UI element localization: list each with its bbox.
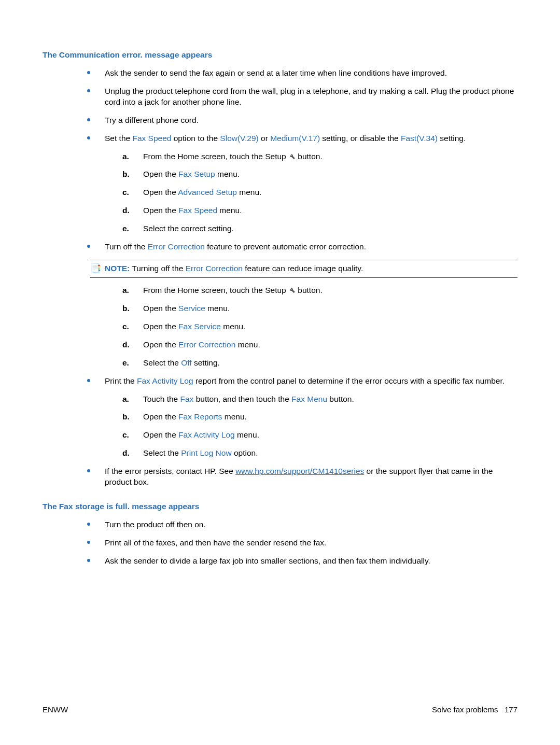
body-text: From the Home screen, touch the Setup — [143, 286, 288, 294]
body-text: Unplug the product telephone cord from t… — [105, 87, 514, 106]
step-item: b.Open the Fax Reports menu. — [122, 412, 517, 423]
keyword: Fast(V.34) — [401, 134, 438, 143]
keyword: Error Correction — [148, 242, 205, 251]
keyword: Medium(V.17) — [270, 134, 320, 143]
step-marker: a. — [122, 151, 129, 162]
keyword: Fax — [180, 395, 194, 403]
body-text: Turning off the — [130, 264, 185, 273]
keyword: Fax Speed — [178, 206, 217, 215]
step-marker: d. — [122, 448, 130, 459]
body-text: Open the — [143, 304, 178, 313]
body-text: feature to prevent automatic error corre… — [205, 242, 366, 251]
body-text: report from the control panel to determi… — [193, 376, 505, 385]
bullet-list-1-cont: Print the Fax Activity Log report from t… — [87, 376, 517, 488]
body-text: menu. — [222, 412, 247, 421]
keyword: Fax Activity Log — [137, 376, 193, 385]
step-marker: a. — [122, 394, 129, 405]
keyword: Advanced Setup — [178, 188, 237, 196]
bullet-list-1: Ask the sender to send the fax again or … — [87, 68, 517, 252]
body-text: button. — [327, 395, 354, 403]
keyword: Fax Reports — [178, 412, 222, 421]
footer-right: Solve fax problems 177 — [432, 705, 517, 715]
keyword: Print Log Now — [181, 448, 231, 457]
body-text: Print all of the faxes, and then have th… — [105, 538, 326, 547]
bullet-list-2: Turn the product off then on. Print all … — [87, 519, 517, 567]
keyword: Off — [181, 358, 191, 367]
step-marker: e. — [122, 223, 129, 234]
step-item: b.Open the Fax Setup menu. — [122, 169, 517, 180]
body-text: Open the — [143, 170, 178, 178]
page-number: 177 — [505, 705, 517, 714]
body-text: option. — [232, 448, 258, 457]
step-item: a.From the Home screen, touch the Setup … — [122, 285, 517, 296]
bullet-item: Set the Fax Speed option to the Slow(V.2… — [87, 133, 517, 235]
body-text: From the Home screen, touch the Setup — [143, 152, 288, 161]
body-text: If the error persists, contact HP. See — [105, 467, 235, 475]
keyword: Fax Service — [178, 322, 221, 331]
step-marker: e. — [122, 358, 129, 369]
body-text: menu. — [235, 340, 260, 349]
keyword: Fax Setup — [178, 170, 215, 178]
bullet-item: Ask the sender to divide a large fax job… — [87, 556, 517, 567]
step-item: c.Open the Advanced Setup menu. — [122, 187, 517, 198]
footer-section-title: Solve fax problems — [432, 705, 498, 714]
step-marker: c. — [122, 430, 129, 441]
keyword: Fax Activity Log — [178, 430, 235, 439]
footer-left: ENWW — [43, 705, 68, 715]
keyword: Fax Menu — [291, 395, 327, 403]
body-text: setting. — [438, 134, 466, 143]
body-text: menu. — [221, 322, 245, 331]
step-item: c.Open the Fax Activity Log menu. — [122, 430, 517, 441]
body-text: Open the — [143, 322, 178, 331]
body-text: Open the — [143, 430, 178, 439]
step-marker: d. — [122, 340, 130, 350]
body-text: button, and then touch the — [193, 395, 291, 403]
step-item: d.Open the Error Correction menu. — [122, 340, 517, 350]
step-item: e.Select the Off setting. — [122, 358, 517, 369]
body-text: Touch the — [143, 395, 180, 403]
body-text: Open the — [143, 188, 178, 196]
step-marker: a. — [122, 285, 129, 296]
step-marker: b. — [122, 303, 130, 314]
bullet-item: Print the Fax Activity Log report from t… — [87, 376, 517, 459]
body-text: Print the — [105, 376, 137, 385]
keyword: Slow(V.29) — [220, 134, 258, 143]
body-text: Turn the product off then on. — [105, 520, 206, 529]
step-item: e.Select the correct setting. — [122, 223, 517, 234]
step-item: a.Touch the Fax button, and then touch t… — [122, 394, 517, 405]
bullet-item: Turn off the Error Correction feature to… — [87, 242, 517, 252]
section-heading-communication-error: The Communication error. message appears — [43, 50, 517, 61]
keyword: Fax Speed — [132, 134, 171, 143]
body-text: button. — [296, 152, 323, 161]
body-text: menu. — [237, 188, 261, 196]
ordered-steps: a.Touch the Fax button, and then touch t… — [105, 394, 517, 459]
document-page: The Communication error. message appears… — [0, 0, 560, 745]
bullet-item: Turn the product off then on. — [87, 519, 517, 530]
step-item: d.Open the Fax Speed menu. — [122, 205, 517, 216]
body-text: setting. — [192, 358, 220, 367]
bullet-item: Unplug the product telephone cord from t… — [87, 86, 517, 108]
body-text: Turn off the — [105, 242, 148, 251]
body-text: Try a different phone cord. — [105, 116, 199, 124]
support-link[interactable]: www.hp.com/support/CM1410series — [235, 467, 364, 475]
step-item: c.Open the Fax Service menu. — [122, 321, 517, 332]
body-text: Select the — [143, 448, 181, 457]
bullet-item: Print all of the faxes, and then have th… — [87, 538, 517, 549]
bullet-item: If the error persists, contact HP. See w… — [87, 466, 517, 488]
body-text: Set the — [105, 134, 132, 143]
body-text: Ask the sender to divide a large fax job… — [105, 556, 430, 565]
body-text: Ask the sender to send the fax again or … — [105, 68, 447, 77]
body-text: Open the — [143, 206, 178, 215]
page-footer: ENWW Solve fax problems 177 — [43, 705, 517, 715]
body-text: feature can reduce image quality. — [243, 264, 363, 273]
bullet-item: Ask the sender to send the fax again or … — [87, 68, 517, 79]
note-callout: 📑 NOTE: Turning off the Error Correction… — [90, 260, 517, 278]
body-text: or — [259, 134, 270, 143]
body-text: menu. — [235, 430, 259, 439]
body-text: menu. — [217, 206, 242, 215]
body-text: menu. — [215, 170, 240, 178]
setup-wrench-icon — [288, 286, 296, 293]
step-item: b.Open the Service menu. — [122, 303, 517, 314]
body-text: option to the — [171, 134, 220, 143]
step-marker: c. — [122, 187, 129, 198]
